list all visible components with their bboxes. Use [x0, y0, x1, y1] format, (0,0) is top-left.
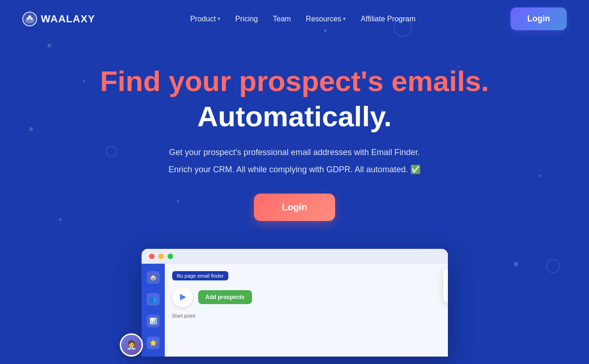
gdpr-emoji: ✅ — [410, 165, 421, 174]
play-icon — [180, 294, 186, 300]
nav-resources[interactable]: Resources ▾ — [306, 15, 346, 23]
window-minimize-dot — [158, 254, 164, 259]
svg-point-4 — [28, 15, 31, 18]
email-finder-tag: Illu page email finder — [172, 271, 229, 280]
sidebar-icon-star: ⭐ — [147, 337, 160, 349]
hero-headline-pink: Find your prospect's emails. — [9, 65, 580, 97]
avatar-bottom-left: 🧑‍💼 — [120, 333, 143, 357]
navbar: WAALAXY Product ▾ Pricing Team Resources… — [0, 0, 589, 38]
logo[interactable]: WAALAXY — [22, 12, 95, 26]
frame-topbar — [142, 249, 448, 264]
nav-pricing[interactable]: Pricing — [235, 15, 258, 23]
dashboard-frame: 🏠 👥 📊 ⭐ Illu page email finder Add prosp… — [142, 249, 448, 357]
window-close-dot — [149, 254, 155, 259]
sidebar-icon-home: 🏠 — [147, 271, 160, 284]
nav-team[interactable]: Team — [273, 15, 291, 23]
window-maximize-dot — [168, 254, 173, 259]
product-chevron-icon: ▾ — [218, 16, 220, 22]
nav-affiliate[interactable]: Affiliate Program — [361, 15, 415, 23]
hero-section: Find your prospect's emails. Automatical… — [0, 38, 589, 240]
frame-main-content: Illu page email finder Add prospects Sta… — [165, 264, 448, 357]
trophy-card: 🏆 Set action on reply Set a reply goal — [443, 268, 448, 302]
sidebar-icon-chart: 📊 — [147, 315, 160, 327]
nav-login-button[interactable]: Login — [511, 7, 567, 30]
brand-name: WAALAXY — [41, 13, 95, 25]
svg-point-2 — [27, 17, 29, 20]
nav-links: Product ▾ Pricing Team Resources ▾ Affil… — [190, 15, 416, 23]
play-row: Add prospects — [172, 287, 440, 307]
sidebar-icon-users: 👥 — [147, 293, 160, 306]
logo-icon — [22, 12, 37, 26]
nav-product[interactable]: Product ▾ — [190, 15, 220, 23]
frame-body: 🏠 👥 📊 ⭐ Illu page email finder Add prosp… — [142, 264, 448, 357]
app-sidebar: 🏠 👥 📊 ⭐ — [142, 264, 165, 357]
dashboard-wrapper: 👤 ✉ 🧑 ✉ 🧔 ✉ 🧑‍💼 🏠 👥 📊 ⭐ — [0, 249, 589, 357]
hero-cta: Login — [9, 194, 580, 221]
hero-sub-2: Enrich your CRM. All while complying wit… — [9, 162, 580, 177]
svg-point-1 — [25, 18, 34, 23]
hero-login-button[interactable]: Login — [254, 194, 335, 221]
play-button[interactable] — [172, 287, 193, 307]
hero-sub-1: Get your prospect's professional email a… — [9, 145, 580, 160]
resources-chevron-icon: ▾ — [343, 16, 346, 22]
svg-point-3 — [31, 17, 33, 20]
hero-headline-white: Automatically. — [9, 101, 580, 132]
add-prospects-button[interactable]: Add prospects — [198, 290, 252, 304]
start-point-label: Start point — [172, 313, 440, 318]
